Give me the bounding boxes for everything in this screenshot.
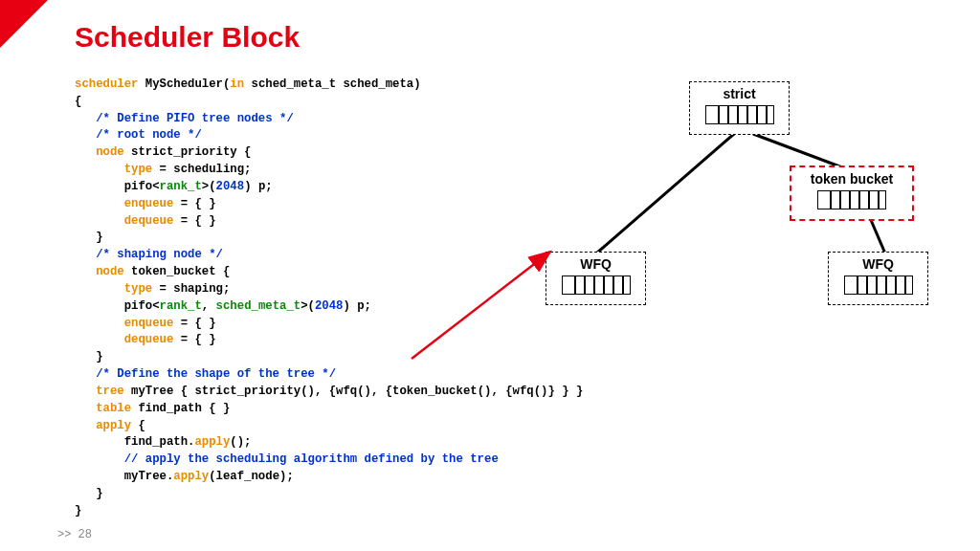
kw-node: node xyxy=(96,265,124,278)
kw-scheduler: scheduler xyxy=(75,77,138,91)
kw-type: type xyxy=(124,163,153,176)
svg-rect-3 xyxy=(705,105,774,124)
node-wfq-right: WFQ xyxy=(828,252,928,305)
kw-type: type xyxy=(124,282,153,296)
type-sched: sched_meta_t xyxy=(216,299,301,313)
kw-node: node xyxy=(96,145,124,159)
kw-tree: tree xyxy=(96,385,124,398)
tree-diagram: strict token bucket WFQ WFQ xyxy=(531,81,962,349)
svg-rect-24 xyxy=(844,276,913,295)
svg-line-1 xyxy=(753,134,842,167)
kw-table: table xyxy=(96,402,131,415)
node-label: token bucket xyxy=(797,171,906,187)
comment: /* shaping node */ xyxy=(75,248,223,261)
comment: /* Define PIFO tree nodes */ xyxy=(75,112,294,125)
comment: /* Define the shape of the tree */ xyxy=(75,367,336,381)
page-title: Scheduler Block xyxy=(75,21,300,54)
red-arrow xyxy=(402,234,574,368)
node-label: strict xyxy=(696,86,783,101)
kw-apply: apply xyxy=(194,435,230,449)
kw-dequeue: dequeue xyxy=(124,214,174,228)
comment: /* root node */ xyxy=(75,128,202,142)
kw-apply: apply xyxy=(96,419,131,432)
svg-rect-10 xyxy=(817,190,886,209)
kw-in: in xyxy=(230,77,244,91)
kw-apply: apply xyxy=(173,470,209,483)
type-rank: rank_t xyxy=(160,299,202,313)
num: 2048 xyxy=(315,299,344,313)
node-strict: strict xyxy=(689,81,790,135)
slide-number: >> 28 xyxy=(57,528,92,541)
corner-accent xyxy=(0,0,48,48)
queue-icon xyxy=(705,105,774,124)
num: 2048 xyxy=(216,180,245,193)
node-label: WFQ xyxy=(835,256,922,272)
queue-icon xyxy=(844,276,913,295)
kw-enqueue: enqueue xyxy=(124,317,174,330)
kw-enqueue: enqueue xyxy=(124,197,174,210)
svg-line-2 xyxy=(871,220,885,253)
kw-dequeue: dequeue xyxy=(124,333,174,346)
svg-line-0 xyxy=(596,134,734,253)
node-token-bucket: token bucket xyxy=(790,165,914,221)
queue-icon xyxy=(817,190,886,209)
svg-line-32 xyxy=(412,252,550,359)
type-rank: rank_t xyxy=(160,180,202,193)
comment: // apply the scheduling algorithm define… xyxy=(75,452,499,466)
